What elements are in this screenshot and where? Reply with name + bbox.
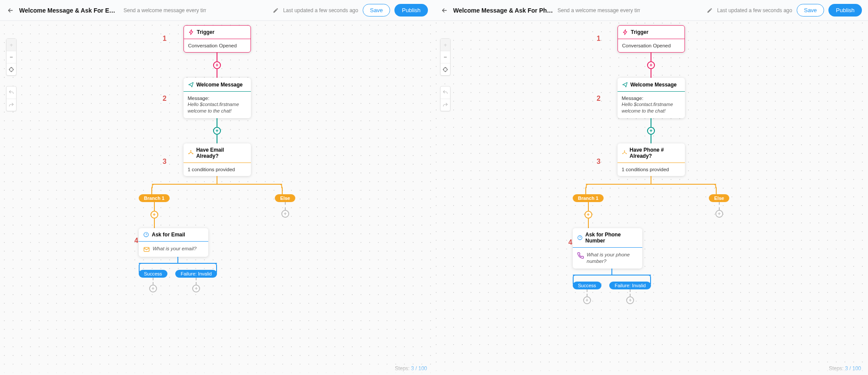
add-step-button[interactable]: +	[647, 61, 655, 69]
add-step-button[interactable]: +	[149, 285, 157, 292]
add-step-button[interactable]: +	[281, 210, 289, 218]
ask-card[interactable]: Ask for Email What is your email?	[139, 228, 208, 257]
publish-button[interactable]: Publish	[394, 4, 428, 17]
branch-1-label[interactable]: Branch 1	[139, 194, 170, 202]
workflow-subtitle: Send a welcome message every time a ...	[558, 7, 640, 13]
ask-body: What is your phone number?	[573, 248, 642, 269]
outcome-row: Success + Failure: Invalid +	[573, 283, 651, 304]
question-icon	[143, 232, 149, 238]
back-button[interactable]	[6, 6, 15, 15]
add-step-button[interactable]: +	[192, 285, 200, 292]
arrow-left-icon	[7, 7, 14, 14]
trigger-body: Conversation Opened	[184, 39, 250, 52]
redo-button[interactable]	[441, 99, 450, 111]
add-step-button[interactable]: +	[584, 211, 592, 219]
phone-icon	[577, 252, 584, 259]
step-number-4: 4	[134, 237, 138, 245]
trigger-head: Trigger	[618, 26, 684, 39]
add-step-button[interactable]: +	[715, 210, 723, 218]
redo-icon	[8, 102, 14, 108]
zoom-out-button[interactable]: −	[441, 51, 450, 63]
edit-icon[interactable]	[273, 7, 279, 13]
step-number-3: 3	[597, 158, 601, 166]
outcome-split	[139, 257, 217, 272]
step-number-2: 2	[163, 95, 167, 103]
welcome-card[interactable]: Welcome Message Message: Hello $contact.…	[184, 78, 251, 118]
welcome-head: Welcome Message	[618, 78, 685, 92]
ask-head: Ask for Phone Number	[573, 228, 642, 248]
branch-split	[152, 176, 282, 198]
connector	[630, 289, 631, 296]
branch-body: 1 conditions provided	[618, 163, 685, 176]
last-updated: Last updated a few seconds ago	[717, 7, 792, 13]
branch-else-label[interactable]: Else	[275, 194, 295, 202]
branch-else-label[interactable]: Else	[709, 194, 729, 202]
ask-card[interactable]: Ask for Phone Number What is your phone …	[573, 228, 642, 269]
connector	[651, 69, 651, 78]
branch-card[interactable]: Have Email Already? 1 conditions provide…	[184, 143, 251, 176]
welcome-title: Welcome Message	[197, 82, 243, 88]
last-updated: Last updated a few seconds ago	[283, 7, 358, 13]
canvas[interactable]: + − 1 Trigger Conversation Opened	[0, 21, 434, 375]
save-button[interactable]: Save	[363, 4, 391, 17]
outcome-failure[interactable]: Failure: Invalid	[175, 270, 217, 278]
undo-button[interactable]	[441, 86, 450, 99]
zoom-in-button[interactable]: +	[7, 39, 16, 51]
bolt-icon	[188, 29, 194, 35]
trigger-card[interactable]: Trigger Conversation Opened	[618, 25, 685, 53]
workflow-subtitle: Send a welcome message every time a ...	[124, 7, 206, 13]
fit-view-button[interactable]	[7, 63, 16, 75]
connector	[651, 135, 651, 143]
undo-button[interactable]	[7, 86, 16, 99]
add-step-button[interactable]: +	[583, 296, 591, 304]
add-step-button[interactable]: +	[213, 127, 221, 135]
steps-counter: Steps: 3 / 100	[829, 365, 861, 372]
branch-head: Have Phone # Already?	[618, 143, 685, 163]
branch-row: Branch 1 + Else +	[152, 198, 282, 228]
publish-button[interactable]: Publish	[828, 4, 862, 17]
history-controls	[6, 86, 17, 111]
outcome-failure[interactable]: Failure: Invalid	[609, 282, 651, 289]
send-icon	[622, 82, 628, 88]
header: Welcome Message & Ask For Email ... Send…	[0, 0, 434, 21]
back-button[interactable]	[440, 6, 449, 15]
ask-title: Ask for Phone Number	[585, 232, 638, 244]
workflow-title: Welcome Message & Ask For Phone...	[453, 7, 553, 14]
save-button[interactable]: Save	[797, 4, 825, 17]
connector	[217, 135, 217, 143]
steps-counter: Steps: 3 / 100	[395, 365, 427, 372]
ask-question: What is your email?	[153, 246, 197, 252]
svg-point-8	[622, 153, 623, 154]
branch-1-label[interactable]: Branch 1	[573, 194, 604, 202]
edit-icon[interactable]	[707, 7, 713, 13]
trigger-head: Trigger	[184, 26, 250, 39]
outcome-success[interactable]: Success	[139, 270, 167, 278]
add-step-button[interactable]: +	[647, 127, 655, 135]
redo-button[interactable]	[7, 99, 16, 111]
canvas[interactable]: + − 1 Trigger Conversation Opened	[434, 21, 868, 375]
svg-point-9	[626, 153, 627, 154]
svg-point-6	[444, 67, 447, 71]
ask-head: Ask for Email	[139, 228, 208, 242]
connector	[153, 278, 154, 285]
step-number-1: 1	[597, 35, 601, 43]
outcome-success[interactable]: Success	[573, 282, 601, 289]
redo-icon	[442, 102, 448, 108]
branch-head: Have Email Already?	[184, 143, 251, 163]
add-step-button[interactable]: +	[626, 296, 634, 304]
flow: 1 Trigger Conversation Opened + 2 Welcom…	[521, 25, 781, 228]
welcome-card[interactable]: Welcome Message Message: Hello $contact.…	[618, 78, 685, 118]
trigger-card[interactable]: Trigger Conversation Opened	[184, 25, 251, 53]
branch-card[interactable]: Have Phone # Already? 1 conditions provi…	[618, 143, 685, 176]
add-step-button[interactable]: +	[213, 61, 221, 69]
svg-point-3	[192, 153, 193, 154]
fit-view-button[interactable]	[441, 63, 450, 75]
svg-point-7	[624, 150, 625, 151]
trigger-body: Conversation Opened	[618, 39, 684, 52]
zoom-out-button[interactable]: −	[7, 51, 16, 63]
zoom-in-button[interactable]: +	[441, 39, 450, 51]
welcome-body: Message: Hello $contact.firstname welcom…	[184, 92, 251, 118]
add-step-button[interactable]: +	[150, 211, 158, 219]
ask-question: What is your phone number?	[587, 252, 638, 265]
connector	[217, 118, 217, 127]
